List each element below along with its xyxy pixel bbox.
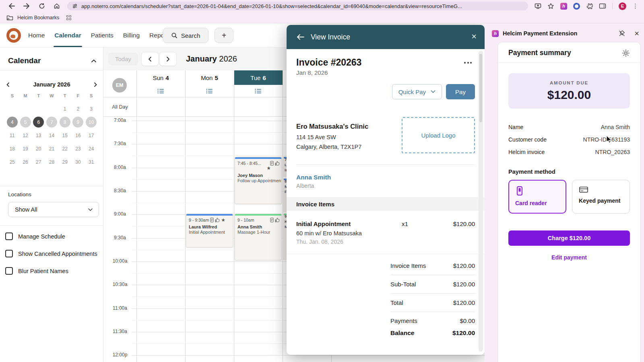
address-bar[interactable]: app.noterro.com/calendars/scheduler?star… bbox=[67, 2, 528, 10]
day-header-sun[interactable]: Sun4 bbox=[136, 70, 185, 85]
nav-tab-billing[interactable]: Billing bbox=[122, 23, 140, 47]
more-options-icon[interactable] bbox=[464, 62, 475, 64]
password-manager-icon[interactable] bbox=[573, 3, 580, 10]
minical-day[interactable]: 20 bbox=[32, 142, 45, 155]
minical-day[interactable]: 18 bbox=[6, 142, 19, 155]
invoice-icon bbox=[270, 218, 274, 222]
appointment-card[interactable]: 9 - 10amAnna SmithMassage 1-Hour bbox=[235, 214, 282, 260]
next-week-button[interactable] bbox=[159, 52, 177, 66]
day-number: 4 bbox=[165, 74, 169, 81]
day-header-tue[interactable]: Tue6 bbox=[234, 70, 283, 85]
side-panel-icon[interactable] bbox=[599, 3, 606, 9]
minical-day[interactable]: 28 bbox=[45, 155, 58, 169]
apps-grid-icon[interactable] bbox=[66, 15, 71, 20]
minical-prev-icon[interactable] bbox=[6, 82, 10, 87]
prev-week-button[interactable] bbox=[141, 52, 159, 66]
minical-next-icon[interactable] bbox=[93, 82, 98, 87]
today-button[interactable]: Today bbox=[108, 53, 138, 65]
pay-button[interactable]: Pay bbox=[446, 84, 475, 99]
bookmarks-folder-icon[interactable] bbox=[6, 15, 13, 21]
reload-icon[interactable] bbox=[39, 3, 45, 9]
minical-day[interactable]: 15 bbox=[58, 129, 72, 142]
back-arrow-icon[interactable] bbox=[296, 34, 304, 40]
locations-select[interactable]: Show All bbox=[8, 202, 99, 217]
checkbox-label: Manage Schedule bbox=[18, 233, 65, 240]
noterro-logo[interactable] bbox=[6, 28, 21, 43]
minical-day[interactable]: 10 bbox=[85, 115, 98, 129]
nav-tabs: HomeCalendarPatientsBillingReports bbox=[27, 23, 172, 47]
minical-day[interactable]: 30 bbox=[72, 155, 85, 169]
nav-tab-home[interactable]: Home bbox=[27, 23, 45, 47]
close-icon[interactable]: × bbox=[634, 29, 639, 38]
payment-method-keyed-payment[interactable]: Keyed payment bbox=[572, 180, 630, 214]
minical-day[interactable]: 2 bbox=[72, 102, 85, 115]
profile-avatar[interactable]: E bbox=[619, 2, 626, 10]
day-header-mon[interactable]: Mon5 bbox=[185, 70, 234, 85]
minical-day[interactable]: 26 bbox=[19, 155, 32, 169]
minical-day[interactable]: 16 bbox=[72, 129, 85, 142]
collapse-chevron-icon[interactable] bbox=[91, 59, 97, 63]
nav-tab-patients[interactable]: Patients bbox=[90, 23, 114, 47]
minical-day[interactable]: 7 bbox=[45, 115, 58, 129]
minical-day[interactable]: 8 bbox=[58, 115, 72, 129]
edit-payment-link[interactable]: Edit payment bbox=[508, 254, 630, 261]
quick-pay-button[interactable]: Quick Pay bbox=[392, 84, 442, 99]
minical-day[interactable]: 22 bbox=[58, 142, 72, 155]
checkbox[interactable] bbox=[5, 250, 13, 257]
appointment-card[interactable]: 9 - 9:30am★Laura WilfredInitial Appointm… bbox=[186, 214, 233, 247]
site-settings-icon[interactable] bbox=[72, 3, 78, 9]
extensions-puzzle-icon[interactable] bbox=[586, 3, 593, 10]
minical-day[interactable]: 27 bbox=[32, 155, 45, 169]
minical-day[interactable]: 29 bbox=[58, 155, 72, 169]
minical-header: January 2026 bbox=[6, 80, 98, 89]
minical-day[interactable]: 13 bbox=[32, 129, 45, 142]
upload-logo-dropzone[interactable]: Upload Logo bbox=[402, 117, 475, 153]
minical-day[interactable]: 9 bbox=[72, 115, 85, 129]
appointment-card[interactable]: 7:45 - 8:45...★Joey MasonFollow up Appoi… bbox=[235, 157, 282, 204]
day-list-toggle[interactable] bbox=[234, 85, 283, 97]
minical-day[interactable]: 25 bbox=[6, 155, 19, 169]
day-list-toggle[interactable] bbox=[136, 85, 185, 97]
minical-day[interactable]: 11 bbox=[6, 129, 19, 142]
minical-day[interactable]: 1 bbox=[58, 102, 72, 115]
close-icon[interactable]: × bbox=[471, 31, 477, 42]
gear-icon[interactable] bbox=[622, 49, 630, 57]
bookmark-star-icon[interactable] bbox=[547, 3, 554, 9]
minical-day[interactable]: 6 bbox=[32, 115, 45, 129]
nav-tab-calendar[interactable]: Calendar bbox=[54, 23, 82, 47]
search-button[interactable]: Search bbox=[163, 28, 208, 43]
divider bbox=[0, 225, 103, 226]
modal-scrollbar[interactable] bbox=[479, 51, 483, 352]
minical-day[interactable]: 31 bbox=[85, 155, 98, 169]
extension-header: h Helcim Payment Extension × bbox=[492, 28, 639, 39]
minical-day[interactable]: 5 bbox=[19, 115, 32, 129]
list-view-icon bbox=[157, 88, 164, 94]
back-icon[interactable] bbox=[8, 3, 15, 9]
minical-day[interactable]: 4 bbox=[6, 115, 19, 129]
browser-menu-icon[interactable]: ⋮ bbox=[632, 2, 638, 10]
bookmarks-folder-label[interactable]: Helcim Bookmarks bbox=[17, 15, 59, 21]
minical-day[interactable]: 23 bbox=[72, 142, 85, 155]
unpin-icon[interactable] bbox=[618, 30, 625, 37]
day-list-toggle[interactable] bbox=[185, 85, 234, 97]
minical-day[interactable]: 19 bbox=[19, 142, 32, 155]
checkbox[interactable] bbox=[5, 267, 13, 275]
patient-name-link[interactable]: Anna Smith bbox=[296, 174, 475, 181]
helcim-extension-icon[interactable]: h bbox=[560, 3, 567, 10]
checkbox[interactable] bbox=[5, 232, 13, 240]
minical-day[interactable]: 14 bbox=[45, 129, 58, 142]
charge-button[interactable]: Charge $120.00 bbox=[508, 230, 630, 246]
home-icon[interactable] bbox=[54, 3, 60, 9]
minical-day[interactable]: 17 bbox=[85, 129, 98, 142]
list-view-icon bbox=[206, 88, 213, 94]
minical-day[interactable]: 21 bbox=[45, 142, 58, 155]
install-app-icon[interactable] bbox=[535, 3, 541, 9]
minical-day[interactable]: 12 bbox=[19, 129, 32, 142]
forward-icon[interactable] bbox=[23, 3, 30, 9]
resource-avatar[interactable]: EM bbox=[112, 78, 127, 93]
minical-day[interactable]: 24 bbox=[85, 142, 98, 155]
add-button[interactable]: + bbox=[215, 28, 233, 43]
appointment-color-bar bbox=[235, 157, 281, 159]
payment-method-card-reader[interactable]: Card reader bbox=[508, 180, 566, 214]
minical-day[interactable]: 3 bbox=[85, 102, 98, 115]
